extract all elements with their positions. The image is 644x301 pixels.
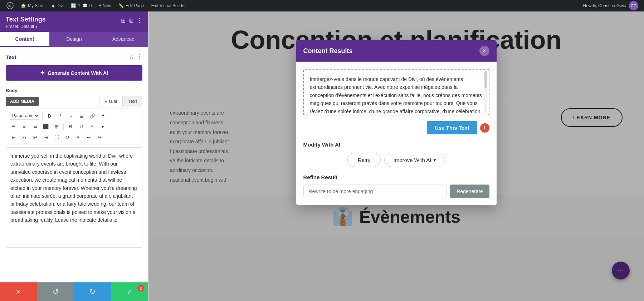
emoji-button[interactable]: ☺ <box>73 133 83 142</box>
fullscreen-button[interactable]: ⛶ <box>52 133 61 142</box>
retry-button[interactable]: Retry <box>347 153 381 167</box>
section-more-icon[interactable]: ⋮ <box>137 53 142 61</box>
result-scrollbar-thumb <box>484 71 487 88</box>
regenerate-button[interactable]: Regenerate <box>450 185 489 198</box>
improve-with-ai-button[interactable]: Improve With AI ▾ <box>384 153 445 167</box>
redo-editor-icon: ↪ <box>98 135 102 140</box>
divi-icon: ◆ <box>52 3 55 8</box>
add-media-button[interactable]: ADD MEDIA <box>6 97 39 106</box>
focus-mode-icon[interactable]: ⊞ <box>121 17 126 24</box>
more-options-icon[interactable]: ⋮ <box>137 17 142 24</box>
modify-section: Modify With AI Retry Improve With AI ▾ <box>303 142 489 167</box>
unordered-list-button[interactable]: ≡ <box>66 111 75 120</box>
ai-result-text: Immergez-vous dans le monde captivant de… <box>310 76 482 115</box>
blockquote-icon: ❝ <box>102 113 104 119</box>
modify-buttons: Retry Improve With AI ▾ <box>303 153 489 167</box>
undo-editor-icon: ↩ <box>87 135 91 140</box>
format-row-3: ⇤ x₂ x² ⇥ ⛶ Ω ☺ ↩ ↪ <box>9 133 139 142</box>
panel-header-info: Text Settings Preset: Default ▾ <box>6 16 46 29</box>
color-button[interactable]: A <box>87 122 97 131</box>
align-center-button[interactable]: ≡ <box>20 122 29 131</box>
panel-content: Text ∧ ⋮ ✦ Generate Content With AI Body… <box>0 47 148 282</box>
result-scrollbar[interactable] <box>484 71 487 113</box>
tab-content[interactable]: Content <box>0 32 49 47</box>
admin-bar-howdy: Howdy, Christina Gwira <box>583 3 628 8</box>
table-button[interactable]: ⊞ <box>52 122 61 131</box>
left-panel: Text Settings Preset: Default ▾ ⊞ ⧉ ⋮ Co… <box>0 11 148 301</box>
bold-button[interactable]: B <box>45 111 54 120</box>
fullscreen-icon: ⛶ <box>54 135 59 140</box>
admin-avatar: CG <box>629 1 638 10</box>
admin-bar-new[interactable]: + New <box>95 0 114 11</box>
save-badge: 2 <box>137 285 145 292</box>
indent-icon: ⇥ <box>44 135 48 140</box>
more-format-button[interactable]: ▾ <box>98 122 107 131</box>
indent-button[interactable]: ⇥ <box>41 133 50 142</box>
indent-out-button[interactable]: ⇤ <box>9 133 18 142</box>
undo-button[interactable]: ↺ <box>37 282 74 301</box>
superscript-button[interactable]: x² <box>30 133 40 142</box>
align-right-button[interactable]: ≣ <box>30 122 40 131</box>
modal-title: Content Results <box>303 47 353 55</box>
panel-header-icons: ⊞ ⧉ ⋮ <box>121 17 142 24</box>
undo-icon: ↺ <box>53 287 59 296</box>
redo-editor-button[interactable]: ↪ <box>95 133 104 142</box>
tab-advanced[interactable]: Advanced <box>99 32 148 47</box>
admin-bar-divi[interactable]: ◆ Divi <box>48 0 67 11</box>
admin-bar-exit-builder[interactable]: Exit Visual Builder <box>148 0 190 11</box>
save-button[interactable]: ✓ 2 <box>111 282 148 301</box>
cancel-button[interactable]: ✕ <box>0 282 37 301</box>
bottom-bar: ✕ ↺ ↻ ✓ 2 <box>0 282 148 301</box>
admin-bar-comments[interactable]: 🔄 1 💬 0 <box>67 0 95 11</box>
use-this-button-row: Use This Text 1 <box>303 121 489 134</box>
page-content: Conception et planification d'événements… <box>148 11 644 301</box>
ai-result-box[interactable]: Immergez-vous dans le monde captivant de… <box>303 69 489 115</box>
refine-input[interactable] <box>303 185 447 198</box>
cancel-icon: ✕ <box>15 287 21 296</box>
chevron-down-icon: ▾ <box>433 157 436 163</box>
ordered-list-button[interactable]: ≣ <box>77 111 86 120</box>
redo-button[interactable]: ↻ <box>74 282 111 301</box>
save-icon: ✓ <box>127 287 133 296</box>
generate-ai-button[interactable]: ✦ Generate Content With AI <box>6 65 142 81</box>
link-button[interactable]: 🔗 <box>88 111 97 120</box>
editor-content[interactable]: Immerse yourself in the captivating worl… <box>6 147 142 248</box>
admin-bar-mysites[interactable]: 🏠 My Sites <box>17 0 48 11</box>
admin-bar-edit-page[interactable]: ✏️ Edit Page <box>115 0 148 11</box>
use-this-text-button[interactable]: Use This Text <box>427 121 477 134</box>
split-view-icon[interactable]: ⧉ <box>129 18 133 24</box>
chevron-down-icon: ▾ <box>102 124 104 129</box>
subscript-button[interactable]: x₂ <box>20 133 29 142</box>
view-visual-button[interactable]: Visual <box>99 96 122 106</box>
admin-bar-right: Howdy, Christina Gwira CG <box>583 1 638 10</box>
special-char-icon: Ω <box>65 135 69 140</box>
admin-bar-wordpress[interactable]: W <box>3 0 17 11</box>
house-icon: 🏠 <box>21 3 26 8</box>
modal-overlay: Content Results × Immergez-vous dans le … <box>148 11 644 301</box>
section-collapse-icon[interactable]: ∧ <box>129 53 134 61</box>
italic-button[interactable]: I <box>55 111 65 120</box>
modal-header: Content Results × <box>296 40 497 62</box>
strikethrough-button[interactable]: S <box>66 122 75 131</box>
superscript-icon: x² <box>33 135 37 140</box>
view-text-button[interactable]: Text <box>122 96 142 106</box>
color-icon: A <box>91 124 94 129</box>
use-badge: 1 <box>480 123 489 133</box>
underline-icon: U <box>79 124 83 129</box>
modal-close-button[interactable]: × <box>479 46 489 56</box>
wordpress-logo-icon: W <box>6 2 14 9</box>
ai-star-icon: ✦ <box>40 70 45 76</box>
modify-label: Modify With AI <box>303 142 489 148</box>
tab-design[interactable]: Design <box>49 32 99 47</box>
toolbar-separator-1 <box>42 112 43 119</box>
underline-button[interactable]: U <box>77 122 86 131</box>
text-section-title: Text <box>6 54 16 60</box>
align-left-button[interactable]: ☰ <box>9 122 18 131</box>
panel-preset[interactable]: Preset: Default ▾ <box>6 24 46 29</box>
special-char-button[interactable]: Ω <box>63 133 72 142</box>
align-justify-icon: ⬛ <box>43 124 49 129</box>
align-justify-button[interactable]: ⬛ <box>41 122 50 131</box>
paragraph-select[interactable]: Paragraph <box>9 112 40 120</box>
undo-editor-button[interactable]: ↩ <box>84 133 93 142</box>
blockquote-button[interactable]: ❝ <box>98 111 108 120</box>
